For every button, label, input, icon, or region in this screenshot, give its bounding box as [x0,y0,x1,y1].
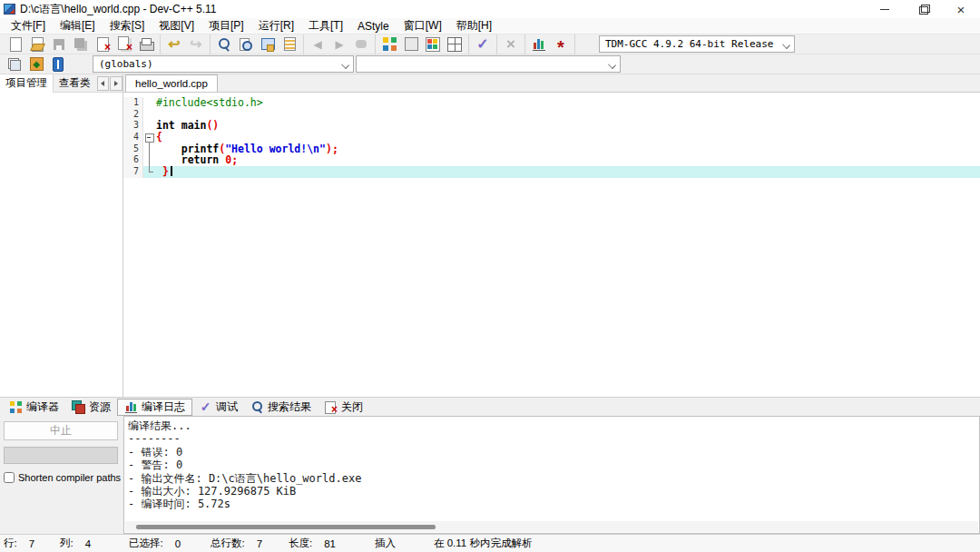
syntax-check-icon [475,36,491,53]
toolbar-group [525,34,575,54]
print-button[interactable] [135,34,157,54]
secondary-toolbar: (globals) [0,54,980,74]
nav-back-icon [309,36,326,53]
output-tab-bar: 编译器资源编译日志调试搜索结果关闭 [0,397,980,416]
code-text [156,109,980,121]
nav-forward-button[interactable] [328,34,350,54]
find-in-files-button[interactable] [235,34,257,54]
compile-button[interactable] [378,34,400,54]
shorten-compiler-paths-label: Shorten compiler paths [18,472,121,483]
goto-line-button[interactable] [279,34,300,54]
toolbar-group [2,34,161,54]
output-tab-label: 编译器 [26,399,59,415]
menu-item-0[interactable]: 文件[F] [4,18,53,34]
open-file-button[interactable] [26,34,48,54]
menu-item-4[interactable]: 项目[P] [201,18,251,34]
tabs-scroll-right-button[interactable] [110,76,122,91]
redo-button[interactable] [185,34,207,54]
replace-button[interactable] [257,34,279,54]
fold-collapse-icon[interactable] [143,132,156,143]
nav-back-button[interactable] [307,34,328,54]
fold-gutter [143,120,156,132]
tabs-scroll-left-button[interactable] [97,76,110,91]
log-line: - 警告: 0 [128,458,974,471]
undo-button[interactable] [163,34,185,54]
output-tab-2[interactable]: 编译日志 [117,399,192,416]
compile-run-button[interactable] [422,34,444,54]
project-manager-panel[interactable] [0,93,122,397]
editor-tab-hello-world[interactable]: hello_world.cpp [125,74,218,92]
new-file-icon [7,36,24,53]
restore-button[interactable] [904,0,942,18]
delete-profiling-button[interactable] [550,34,572,54]
menu-item-8[interactable]: 窗口[W] [397,18,449,34]
output-tab-3[interactable]: 调试 [192,399,244,416]
code-line: 2 [123,109,980,121]
insert-button[interactable] [4,54,25,74]
code-editor[interactable]: 1#include<stdio.h>23int main()4{5 printf… [123,93,980,397]
print-icon [138,36,154,53]
log-line: - 输出大小: 127.9296875 KiB [128,485,974,498]
code-line: 5 printf("Hello world!\n"); [123,143,980,155]
close-button[interactable] [942,0,980,18]
menu-bar: 文件[F]编辑[E]搜索[S]视图[V]项目[P]运行[R]工具[T]AStyl… [0,18,980,34]
status-value: 0 [175,538,181,549]
code-line: 1#include<stdio.h> [123,97,980,109]
nav-remove-button[interactable] [350,34,372,54]
find-button[interactable] [213,34,235,54]
token [156,165,162,178]
window-controls [866,0,980,18]
sidebar-tab-0[interactable]: 项目管理 [0,74,54,93]
run-button[interactable] [400,34,422,54]
h-scrollbar[interactable] [125,521,978,532]
window-title: D:\c语言\hello_world.cpp - Dev-C++ 5.11 [20,2,866,17]
sidebar-tab-1[interactable]: 查看类 [54,74,96,93]
output-tab-1[interactable]: 资源 [65,399,117,416]
menu-item-2[interactable]: 搜索[S] [103,18,152,34]
save-all-button[interactable] [70,34,92,54]
profile-button[interactable] [528,34,550,54]
line-number: 6 [123,154,143,166]
goto-bookmark-button[interactable] [47,54,69,74]
compiler-select-value: TDM-GCC 4.9.2 64-bit Release [605,38,783,50]
output-tab-5[interactable]: 关闭 [318,399,369,416]
menu-item-9[interactable]: 帮助[H] [449,18,499,34]
toolbar-groups [2,34,575,54]
h-scrollbar-thumb[interactable] [136,525,436,529]
minimize-button[interactable] [866,0,904,18]
save-icon [51,36,67,53]
menu-item-1[interactable]: 编辑[E] [53,18,103,34]
compile-icon [381,36,397,53]
token [175,119,181,132]
code-text: int main() [156,120,980,132]
scroll-right-icon [114,81,118,86]
toggle-bookmark-button[interactable] [25,54,47,74]
token: return [181,153,220,166]
project-sidebar: 项目管理查看类 [0,74,123,397]
close-all-button[interactable] [113,34,135,54]
line-number: 3 [123,120,143,132]
title-bar: D:\c语言\hello_world.cpp - Dev-C++ 5.11 [0,0,980,18]
abort-button[interactable]: 中止 [4,421,118,440]
fold-gutter [143,154,156,166]
sidebar-tabs: 项目管理查看类 [0,74,122,93]
menu-item-6[interactable]: 工具[T] [301,18,350,34]
shorten-compiler-paths-checkbox[interactable] [4,472,15,483]
new-file-button[interactable] [5,34,26,54]
syntax-check-button[interactable] [472,34,494,54]
rebuild-all-button[interactable] [444,34,466,54]
globals-select[interactable]: (globals) [93,55,354,73]
menu-item-7[interactable]: AStyle [350,18,397,34]
output-tab-4[interactable]: 搜索结果 [244,399,318,416]
menu-item-3[interactable]: 视图[V] [152,18,201,34]
abort-button[interactable] [500,34,522,54]
save-button[interactable] [48,34,70,54]
output-tab-0[interactable]: 编译器 [3,399,65,416]
close-file-button[interactable] [92,34,113,54]
members-select[interactable] [356,55,621,73]
toolbar-group [211,34,304,54]
redo-icon [188,36,204,53]
compiler-select[interactable]: TDM-GCC 4.9.2 64-bit Release [599,35,795,53]
goto-bookmark-icon [50,56,66,73]
menu-item-5[interactable]: 运行[R] [251,18,301,34]
